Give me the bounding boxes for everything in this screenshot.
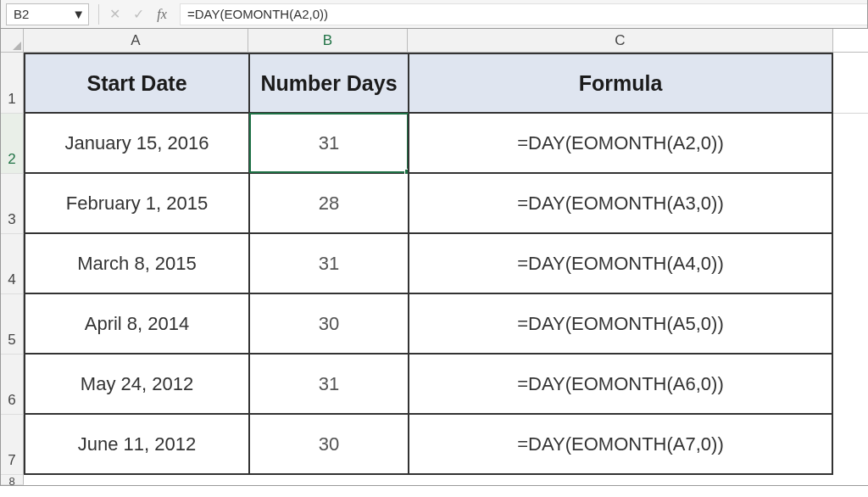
cell-A7[interactable]: June 11, 2012 xyxy=(24,415,248,475)
separator xyxy=(98,4,99,25)
cell-B5[interactable]: 30 xyxy=(248,294,408,355)
col-head-A[interactable]: A xyxy=(24,29,248,53)
row-head-4[interactable]: 4 xyxy=(1,234,24,294)
cell-empty[interactable] xyxy=(408,475,833,485)
cell-B3[interactable]: 28 xyxy=(248,174,408,234)
cell-A3[interactable]: February 1, 2015 xyxy=(24,174,248,234)
header-number-days[interactable]: Number Days xyxy=(248,53,408,114)
row-head-7[interactable]: 7 xyxy=(1,415,24,475)
cell-B4[interactable]: 31 xyxy=(248,234,408,294)
cell-empty[interactable] xyxy=(248,475,408,485)
select-all-corner[interactable] xyxy=(1,29,24,53)
col-head-B[interactable]: B xyxy=(248,29,408,53)
row-head-6[interactable]: 6 xyxy=(1,355,24,415)
cell-B2-value: 31 xyxy=(319,132,339,154)
cell-A2[interactable]: January 15, 2016 xyxy=(24,114,248,174)
cell-A6[interactable]: May 24, 2012 xyxy=(24,355,248,415)
cell-C2[interactable]: =DAY(EOMONTH(A2,0)) xyxy=(408,114,833,174)
row-head-3[interactable]: 3 xyxy=(1,174,24,234)
namebox-value: B2 xyxy=(14,7,29,21)
cell-empty[interactable] xyxy=(833,294,868,355)
row-head-8[interactable]: 8 xyxy=(1,475,24,485)
enter-icon: ✓ xyxy=(127,3,149,25)
row-head-1[interactable]: 1 xyxy=(1,53,24,114)
namebox[interactable]: B2 ▼ xyxy=(6,3,89,25)
cell-empty[interactable] xyxy=(833,174,868,234)
row-head-5[interactable]: 5 xyxy=(1,294,24,355)
cell-C6[interactable]: =DAY(EOMONTH(A6,0)) xyxy=(408,355,833,415)
cell-C3[interactable]: =DAY(EOMONTH(A3,0)) xyxy=(408,174,833,234)
chevron-down-icon[interactable]: ▼ xyxy=(72,7,85,21)
cell-C4[interactable]: =DAY(EOMONTH(A4,0)) xyxy=(408,234,833,294)
col-head-empty[interactable] xyxy=(833,29,868,53)
cancel-icon: ✕ xyxy=(103,3,125,25)
cell-C7[interactable]: =DAY(EOMONTH(A7,0)) xyxy=(408,415,833,475)
cell-empty[interactable] xyxy=(833,415,868,475)
cell-empty[interactable] xyxy=(24,475,248,485)
cell-empty[interactable] xyxy=(833,234,868,294)
formula-text: =DAY(EOMONTH(A2,0)) xyxy=(187,7,328,21)
header-formula[interactable]: Formula xyxy=(408,53,833,114)
cell-A5[interactable]: April 8, 2014 xyxy=(24,294,248,355)
cell-B2[interactable]: 31 xyxy=(248,114,408,174)
cell-empty[interactable] xyxy=(833,355,868,415)
cell-C5[interactable]: =DAY(EOMONTH(A5,0)) xyxy=(408,294,833,355)
spreadsheet-grid[interactable]: A B C 1 Start Date Number Days Formula 2… xyxy=(1,29,867,485)
formula-bar: B2 ▼ ✕ ✓ fx =DAY(EOMONTH(A2,0)) xyxy=(1,0,867,29)
header-start-date[interactable]: Start Date xyxy=(24,53,248,114)
cell-B7[interactable]: 30 xyxy=(248,415,408,475)
formula-input[interactable]: =DAY(EOMONTH(A2,0)) xyxy=(180,3,867,25)
cell-empty[interactable] xyxy=(833,53,868,114)
cell-B6[interactable]: 31 xyxy=(248,355,408,415)
cell-empty[interactable] xyxy=(833,114,868,174)
col-head-C[interactable]: C xyxy=(408,29,833,53)
fx-icon[interactable]: fx xyxy=(151,3,173,25)
row-head-2[interactable]: 2 xyxy=(1,114,24,174)
cell-empty[interactable] xyxy=(833,475,868,485)
cell-A4[interactable]: March 8, 2015 xyxy=(24,234,248,294)
